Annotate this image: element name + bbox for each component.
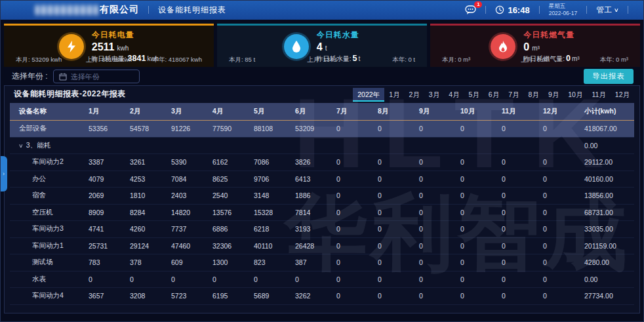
clock-icon: [495, 5, 504, 14]
month-value-cell: 0: [456, 292, 498, 300]
month-value-cell: 0: [456, 175, 498, 183]
month-value-cell: 0: [539, 158, 580, 166]
month-value-cell: 0: [332, 175, 374, 183]
month-value-cell: 47460: [167, 242, 209, 250]
subtotal-cell: 68731.00: [580, 209, 634, 216]
device-name: 3、能耗: [26, 141, 50, 149]
table-row[interactable]: 水表0000000000000.00: [10, 272, 634, 289]
month-value-cell: 2069: [85, 191, 126, 199]
table-row[interactable]: 车间动力347414260773768866218319300000033035…: [10, 221, 634, 238]
user-menu[interactable]: 管工 ∨: [596, 5, 618, 16]
tab-2月[interactable]: 2月: [404, 88, 424, 102]
tab-12月[interactable]: 12月: [611, 88, 634, 102]
month-value-cell: 0: [498, 292, 539, 300]
table-row[interactable]: 全部设备533565457891226775908810853209000000…: [10, 121, 634, 138]
subtotal-cell: 4280.00: [580, 258, 634, 266]
month-value-cell: 3262: [291, 292, 332, 300]
month-value-cell: 1886: [291, 191, 332, 199]
table-row[interactable]: 宿舍20691810240325403148188600000013856.00: [10, 188, 634, 205]
month-value-cell: 823: [250, 258, 291, 266]
subtotal-cell: 33035.00: [580, 225, 634, 233]
card-title: 今日耗电量: [92, 30, 159, 41]
month-stat: 本月: 85 t: [229, 56, 291, 64]
month-value-cell: 0: [415, 292, 456, 300]
month-value-cell: 0: [415, 275, 456, 283]
filter-row: 选择年份 : 导出报表: [0, 68, 644, 85]
energy-table: 设备名称1月2月3月4月5月6月7月8月9月10月11月12月小计(kwh) 全…: [10, 103, 634, 305]
month-value-cell: 0: [539, 275, 580, 283]
table-row[interactable]: 测试场78337860913008233870000004280.00: [10, 254, 634, 272]
subtotal-cell: 0.00: [580, 275, 634, 283]
month-value-cell: 0: [498, 158, 539, 166]
divider: [539, 6, 540, 14]
table-row[interactable]: 车间动力125731291244746032306401102642800000…: [10, 238, 634, 255]
month-value-cell: 4741: [85, 225, 126, 233]
month-value-cell: 0: [250, 275, 291, 283]
month-stat: 本月: 0 m³: [442, 56, 504, 64]
export-report-button[interactable]: 导出报表: [584, 69, 634, 84]
tab-4月[interactable]: 4月: [444, 88, 464, 102]
subtotal-cell: 418067.00: [580, 125, 634, 132]
last-month-stat: 上月: 134 t: [291, 56, 353, 64]
column-header: 5月: [250, 107, 291, 116]
table-row[interactable]: 车间动力233873261539061627086382600000029112…: [10, 154, 634, 171]
tab-10月[interactable]: 10月: [563, 88, 587, 102]
table-row[interactable]: 空压机8909828414820135761532878140000006873…: [10, 205, 634, 222]
tab-5月[interactable]: 5月: [464, 88, 484, 102]
month-value-cell: 4253: [126, 175, 167, 183]
tab-8月[interactable]: 8月: [524, 88, 544, 102]
month-value-cell: 0: [415, 191, 456, 199]
page-tab-report[interactable]: 设备能耗明细报表: [158, 5, 226, 16]
year-select-input[interactable]: [53, 70, 140, 83]
month-value-cell: 8284: [126, 209, 167, 216]
tab-3月[interactable]: 3月: [424, 88, 444, 102]
unit: m³: [532, 45, 540, 52]
month-value-cell: 77590: [209, 125, 250, 132]
table-row[interactable]: 车间动力436573208572361955689326200000027734…: [10, 288, 634, 305]
month-value-cell: 0: [332, 191, 374, 199]
card-title: 今日耗水量: [317, 30, 361, 41]
tab-9月[interactable]: 9月: [544, 88, 563, 102]
month-value-cell: 3208: [126, 292, 167, 300]
today-value: 4: [317, 41, 323, 52]
month-value-cell: 0: [209, 275, 250, 283]
table-row[interactable]: 办公40794253708486259706641300000040160.00: [10, 171, 634, 188]
card-gas: 今日耗燃气量 0m³ 昨日耗燃气量:0m³ 本月: 0 m³ 上月: 0 m³ …: [430, 24, 640, 67]
device-name: 车间动力4: [32, 291, 64, 299]
month-value-cell: 0: [332, 258, 374, 266]
subtotal-cell: 29112.00: [580, 158, 634, 166]
company-name: 有限公司: [35, 4, 139, 16]
tab-6月[interactable]: 6月: [484, 88, 504, 102]
drawer-expand-handle[interactable]: ›: [0, 156, 7, 191]
month-value-cell: 0: [456, 258, 498, 266]
messages-button[interactable]: 1: [465, 5, 476, 15]
month-value-cell: 0: [415, 209, 456, 216]
month-value-cell: 1810: [126, 191, 167, 199]
collapse-caret-icon[interactable]: ∨: [18, 143, 24, 149]
month-value-cell: 3261: [126, 158, 167, 166]
month-value-cell: 5689: [250, 292, 291, 300]
month-value-cell: 13576: [209, 209, 250, 216]
month-value-cell: 0: [374, 175, 415, 183]
tab-2022年[interactable]: 2022年: [353, 88, 384, 102]
year-input-field[interactable]: [71, 73, 130, 81]
subtotal-cell: 27734.00: [580, 292, 634, 300]
month-value-cell: 0: [498, 275, 539, 283]
company-name-redacted: [35, 5, 98, 15]
month-value-cell: 7814: [291, 209, 332, 216]
month-value-cell: 0: [456, 275, 498, 283]
month-value-cell: 3387: [85, 158, 126, 166]
message-count-badge: 1: [474, 1, 482, 8]
card-footer-stats: 本月: 0 m³ 上月: 0 m³ 本年: 0 m³: [430, 56, 640, 64]
tab-1月[interactable]: 1月: [384, 88, 404, 102]
last-month-stat: 上月: 0 m³: [504, 56, 567, 64]
table-row[interactable]: ∨3、能耗0.00: [10, 138, 634, 155]
divider: [628, 6, 628, 14]
month-value-cell: 14820: [167, 209, 209, 216]
tab-11月[interactable]: 11月: [587, 88, 610, 102]
card-title: 今日耗燃气量: [523, 30, 579, 41]
month-value-cell: 32306: [209, 242, 250, 250]
tab-7月[interactable]: 7月: [504, 88, 523, 102]
month-value-cell: 6413: [291, 175, 332, 183]
year-stat: 本年: 0 t: [353, 56, 415, 64]
